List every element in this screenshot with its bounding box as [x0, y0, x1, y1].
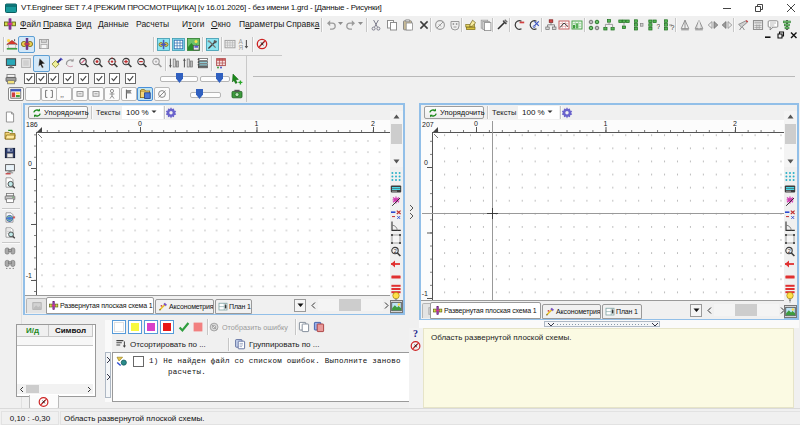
copy-icon[interactable]: [386, 19, 398, 31]
mag-2-icon[interactable]: 2: [390, 246, 402, 258]
cursor-green-icon[interactable]: [231, 73, 243, 85]
toggle-win-color-icon[interactable]: [8, 87, 24, 101]
mdi-restore-button[interactable]: [775, 30, 787, 39]
symbol-table-row[interactable]: [49, 337, 93, 346]
sheet-tab-1[interactable]: Развернутая плоская схема 1: [430, 302, 541, 319]
toggle-blank[interactable]: [25, 87, 41, 101]
redo-icon[interactable]: [345, 19, 357, 31]
grid-dots-icon[interactable]: [390, 170, 402, 182]
sheet-list-dropdown[interactable]: [294, 299, 306, 312]
cassette-icon[interactable]: [390, 183, 402, 195]
sheet-tab-2[interactable]: Аксонометрия: [542, 304, 601, 319]
mag-minus-icon[interactable]: [136, 57, 148, 69]
canvas-vscrollbar[interactable]: [390, 111, 403, 167]
schema-cross-icon[interactable]: [21, 38, 34, 51]
color-swatch-button[interactable]: [128, 320, 142, 334]
cassette-icon[interactable]: [784, 183, 796, 195]
page-mag-icon[interactable]: [4, 177, 16, 189]
group-by-button[interactable]: Группировать по ...: [232, 337, 319, 351]
symbol-table-header-symbol[interactable]: Символ: [49, 325, 93, 337]
tree-boxes-q-icon[interactable]: ?: [648, 19, 660, 31]
filter-checkbox[interactable]: [125, 73, 136, 84]
toggle-folder-blue-icon[interactable]: [137, 87, 153, 101]
sheet-tab-3[interactable]: План 1: [215, 299, 252, 314]
floppy-dark-icon[interactable]: [4, 147, 16, 159]
filter-checkbox[interactable]: [94, 73, 105, 84]
color-swatch-button[interactable]: [144, 320, 158, 334]
telescope-icon[interactable]: [737, 19, 749, 31]
scales-icon[interactable]: [679, 19, 691, 31]
slider-track[interactable]: [200, 76, 230, 82]
close-button[interactable]: [776, 0, 800, 16]
filter-checkbox[interactable]: [109, 73, 120, 84]
panel-splitter-vertical[interactable]: [405, 103, 419, 315]
toggle-empty-set-icon[interactable]: [154, 87, 170, 101]
sheet-list-dropdown[interactable]: [690, 304, 702, 317]
star-pink-icon[interactable]: [784, 195, 796, 207]
minus-red-icon[interactable]: [390, 271, 402, 283]
frame-icon[interactable]: [784, 233, 796, 245]
drop-icon[interactable]: [337, 19, 344, 28]
mag-dot-icon[interactable]: [92, 57, 104, 69]
mdi-close-button[interactable]: [788, 30, 800, 39]
arrange-button[interactable]: Упорядочить: [28, 106, 88, 119]
toggle-rect-sm-icon[interactable]: [88, 87, 104, 101]
gear-icon[interactable]: [561, 106, 573, 119]
scrollbar-thumb[interactable]: [735, 304, 757, 316]
protractor-icon[interactable]: [390, 220, 402, 232]
menu-Правка[interactable]: Правка: [43, 19, 72, 29]
image-view-button[interactable]: [390, 300, 403, 313]
mdi-minimize-button[interactable]: [762, 30, 774, 39]
menu-Расчеты[interactable]: Расчеты: [136, 19, 169, 29]
hier-red-icon[interactable]: [545, 19, 557, 31]
scroll-right-icon[interactable]: [382, 299, 390, 312]
arrow-red-icon[interactable]: [390, 258, 402, 270]
floppy-gray-icon[interactable]: [38, 38, 50, 50]
filter-checkbox[interactable]: [24, 73, 35, 84]
color-swatch-button[interactable]: [112, 320, 126, 334]
binoculars2-icon[interactable]: [4, 258, 16, 270]
col-up-icon[interactable]: [182, 57, 194, 69]
gray-box-icon[interactable]: [20, 57, 32, 69]
arrow-red-icon[interactable]: [784, 258, 796, 270]
scroll-left-icon[interactable]: [705, 304, 713, 317]
flip-h2-icon[interactable]: [721, 19, 733, 31]
cam-green-icon[interactable]: [231, 88, 243, 100]
symbol-table-row[interactable]: [17, 337, 50, 346]
scales2-icon[interactable]: [693, 19, 705, 31]
scroll-right-icon[interactable]: [85, 384, 93, 394]
sort-az-icon[interactable]: АЯ: [238, 38, 250, 50]
zoom-combobox[interactable]: 100 %: [518, 106, 559, 119]
drop-icon[interactable]: [357, 19, 364, 28]
scroll-up-icon[interactable]: [390, 111, 403, 122]
monitor-red-icon[interactable]: [4, 163, 16, 175]
undo-icon[interactable]: [325, 19, 337, 31]
mag-pink-icon[interactable]: [78, 57, 90, 69]
arrange-button[interactable]: Упорядочить: [424, 106, 484, 119]
paste-icon[interactable]: [402, 19, 414, 31]
mask-icon[interactable]: [449, 19, 461, 31]
menu-Справка[interactable]: Справка: [286, 19, 319, 29]
tree-t-icon[interactable]: [618, 19, 630, 31]
cut-icon[interactable]: [370, 19, 382, 31]
scrollbar-thumb[interactable]: [339, 299, 361, 311]
copy-sheets-icon[interactable]: [298, 321, 310, 333]
error-panel-splitter[interactable]: [105, 320, 112, 402]
grid-red-icon[interactable]: [558, 19, 570, 31]
panel-splitter-horizontal[interactable]: [419, 320, 799, 328]
page-globe-icon[interactable]: [4, 212, 16, 224]
scrollbar-thumb[interactable]: [391, 124, 402, 144]
pin-icon[interactable]: [496, 19, 508, 31]
minus-x-icon[interactable]: [784, 208, 796, 220]
books-icon[interactable]: [465, 19, 477, 31]
slider-track[interactable]: [190, 92, 221, 98]
binoculars-icon[interactable]: [4, 245, 16, 257]
symbol-table-hscrollbar[interactable]: [17, 384, 93, 394]
scroll-up-icon[interactable]: [784, 111, 797, 122]
bulb-icon[interactable]: [784, 291, 796, 303]
help-icon[interactable]: ?: [413, 328, 418, 339]
chevron-down-icon[interactable]: [151, 110, 157, 114]
toggle-flag-icon[interactable]: [121, 87, 137, 101]
grid-dots-icon[interactable]: [784, 170, 796, 182]
grid-colored-icon[interactable]: [215, 57, 227, 69]
